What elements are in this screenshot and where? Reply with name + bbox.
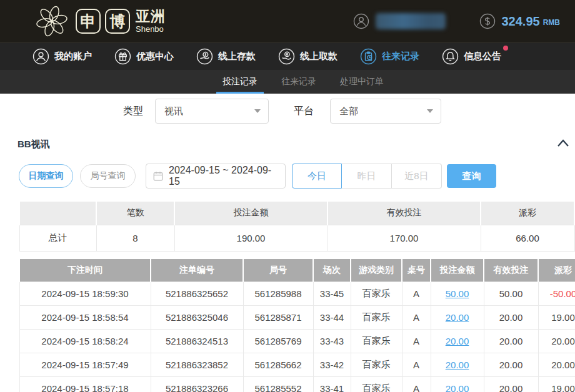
cell-round-id: 561285662 (243, 353, 313, 376)
table-row: 2024-09-15 18:59:30 521886325652 5612859… (19, 282, 575, 305)
summary-payout: 66.00 (481, 225, 574, 251)
withdraw-coin-icon (278, 48, 295, 65)
col-session: 场次 (313, 259, 351, 282)
cell-table-no: A (402, 329, 431, 353)
logo-wordmark: 亚洲 Shenbo (136, 9, 166, 33)
nav-item-promotions[interactable]: 优惠中心 (114, 48, 174, 65)
tab-transaction-records[interactable]: 往来记录 (279, 70, 319, 94)
account-area: 324.95 RMB (353, 0, 561, 42)
cell-game-type: 百家乐 (351, 353, 402, 376)
cell-session: 33-44 (313, 305, 351, 329)
cell-session: 33-42 (313, 353, 351, 376)
logo-region-text: 亚洲 (136, 9, 166, 24)
summary-header-valid: 有效投注 (328, 202, 481, 225)
calendar-icon (152, 170, 164, 182)
nav-item-transaction-records[interactable]: 往来记录 (360, 48, 419, 65)
collapse-chevron-up-icon[interactable] (556, 137, 570, 150)
tab-pending-orders[interactable]: 处理中订单 (338, 70, 386, 94)
date-query-button[interactable]: 日期查询 (19, 164, 73, 188)
today-button[interactable]: 今日 (292, 164, 342, 189)
quick-date-group: 今日 昨日 近8日 (292, 164, 442, 189)
col-round-id: 局号 (243, 259, 313, 282)
dollar-icon (479, 13, 496, 29)
logo-subtitle-text: Shenbo (136, 25, 166, 33)
record-tabs: 投注记录 往来记录 处理中订单 (0, 70, 575, 94)
date-range-input[interactable]: 2024-09-15 ~ 2024-09-15 (146, 164, 286, 189)
platform-select-value: 全部 (339, 105, 358, 117)
cell-round-id: 561285988 (243, 282, 313, 305)
cell-valid-bet: 20.00 (484, 305, 538, 329)
cell-round-id: 561285871 (243, 305, 313, 329)
round-query-button[interactable]: 局号查询 (80, 164, 136, 188)
date-range-value: 2024-09-15 ~ 2024-09-15 (169, 165, 279, 187)
table-row: 2024-09-15 18:57:49 521886323852 5612856… (19, 353, 575, 376)
table-row: 2024-09-15 18:57:18 521886323266 5612855… (19, 376, 575, 392)
type-select-value: 视讯 (164, 105, 183, 117)
nav-label: 往来记录 (382, 51, 419, 62)
tab-bet-records[interactable]: 投注记录 (220, 70, 260, 94)
cell-bet-time: 2024-09-15 18:57:18 (19, 376, 151, 392)
nav-item-announcements[interactable]: 信息公告 (442, 48, 501, 65)
search-button[interactable]: 查询 (447, 164, 496, 188)
summary-total-row: 总计 8 190.00 170.00 66.00 (19, 225, 574, 251)
nav-item-my-account[interactable]: 我的账户 (32, 48, 92, 65)
cell-payout: 19.00 (538, 305, 575, 329)
cell-order-id: 521886324513 (151, 329, 243, 353)
cell-table-no: A (402, 376, 431, 392)
cell-valid-bet: 20.00 (484, 329, 538, 353)
nav-item-deposit[interactable]: 线上存款 (196, 48, 256, 65)
cell-table-no: A (402, 353, 431, 376)
cell-bet-amount-link[interactable]: 20.00 (431, 329, 484, 353)
cell-valid-bet: 20.00 (484, 376, 538, 392)
filter-row: 类型 视讯 平台 全部 (0, 99, 575, 124)
cell-valid-bet: 50.00 (484, 282, 538, 305)
cell-bet-amount-link[interactable]: 50.00 (431, 282, 484, 305)
user-icon (32, 48, 49, 65)
balance[interactable]: 324.95 RMB (479, 13, 561, 29)
balance-currency: RMB (543, 18, 560, 27)
summary-header-count: 笔数 (96, 202, 174, 225)
summary-header-payout: 派彩 (481, 202, 574, 225)
yesterday-button[interactable]: 昨日 (342, 164, 392, 189)
nav-label: 线上取款 (300, 51, 338, 62)
cell-game-type: 百家乐 (351, 329, 402, 353)
platform-select[interactable]: 全部 (330, 99, 441, 124)
chevron-down-icon (427, 109, 433, 113)
deposit-coin-icon (196, 48, 213, 65)
cell-round-id: 561285552 (243, 376, 313, 392)
col-order-id: 注单编号 (151, 259, 243, 282)
summary-count: 8 (96, 225, 174, 251)
page: 申 博 亚洲 Shenbo 324.95 RMB (0, 0, 575, 392)
logo-char-bo: 博 (105, 9, 130, 34)
cell-game-type: 百家乐 (351, 376, 402, 392)
summary-header-bet: 投注金额 (174, 202, 328, 225)
user-avatar-icon[interactable] (353, 13, 369, 29)
type-filter-label: 类型 (123, 105, 143, 118)
table-row: 2024-09-15 18:58:54 521886325046 5612858… (19, 305, 575, 329)
balance-amount: 324.95 (502, 14, 540, 29)
cell-order-id: 521886325046 (151, 305, 243, 329)
cell-order-id: 521886323266 (151, 376, 243, 392)
last-8-days-button[interactable]: 近8日 (392, 164, 442, 189)
cell-bet-amount-link[interactable]: 20.00 (431, 376, 484, 392)
brand-logo[interactable]: 申 博 亚洲 Shenbo (32, 4, 166, 39)
cell-game-type: 百家乐 (351, 282, 402, 305)
nav-label: 我的账户 (54, 51, 92, 62)
cell-bet-amount-link[interactable]: 20.00 (431, 353, 484, 376)
col-bet-amount: 投注金额 (431, 259, 484, 282)
nav-item-withdraw[interactable]: 线上取款 (278, 48, 338, 65)
col-bet-time: 下注时间 (19, 259, 151, 282)
col-table-no: 桌号 (402, 259, 431, 282)
cell-table-no: A (402, 305, 431, 329)
col-game-type: 游戏类别 (351, 259, 402, 282)
section-title: BB视讯 (18, 139, 50, 150)
bell-icon (442, 48, 459, 65)
nav-label: 线上存款 (218, 51, 256, 62)
type-select[interactable]: 视讯 (155, 99, 269, 124)
cell-bet-amount-link[interactable]: 20.00 (431, 305, 484, 329)
cell-bet-time: 2024-09-15 18:58:54 (19, 305, 151, 329)
table-row: 2024-09-15 18:58:24 521886324513 5612857… (19, 329, 575, 353)
cell-payout: 20.00 (538, 329, 575, 353)
cell-order-id: 521886325652 (151, 282, 243, 305)
summary-header-blank (19, 202, 96, 225)
